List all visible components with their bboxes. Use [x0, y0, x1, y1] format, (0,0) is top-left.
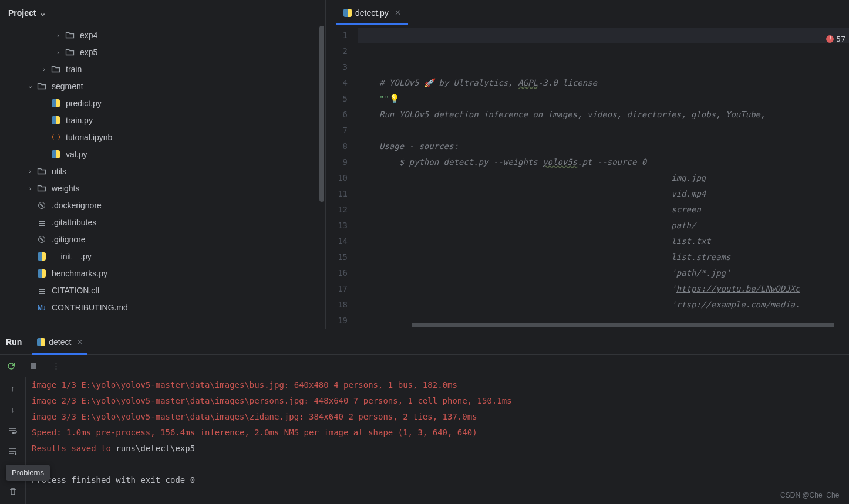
code-line[interactable]	[379, 123, 849, 138]
expand-arrow-icon[interactable]: ⌄	[26, 82, 34, 90]
tree-item[interactable]: ›weights	[0, 180, 325, 197]
rerun-button[interactable]	[5, 360, 18, 373]
svg-rect-0	[31, 363, 36, 369]
tree-item-label: val.py	[66, 150, 87, 159]
editor-pane: detect.py ✕ 1234567891011121314151617181…	[326, 0, 849, 329]
code-line[interactable]: 'path/*.jpg'	[379, 265, 849, 281]
console-output[interactable]: image 1/3 E:\yolo\yolov5-master\data\ima…	[26, 377, 849, 504]
line-number-gutter: 12345678910111213141516171819	[326, 25, 358, 329]
tree-item-label: train	[66, 65, 82, 74]
tree-item-label: utils	[52, 167, 66, 176]
python-icon	[36, 269, 47, 278]
tree-item-label: exp4	[80, 31, 97, 40]
expand-arrow-icon[interactable]: ›	[40, 66, 48, 73]
console-line: Results saved to runs\detect\exp5	[32, 441, 843, 456]
md-icon: M↓	[36, 304, 47, 311]
tree-item[interactable]: tutorial.ipynb	[0, 128, 325, 146]
editor-tab-label: detect.py	[355, 8, 389, 18]
expand-arrow-icon[interactable]: ›	[26, 168, 34, 175]
tree-item[interactable]: predict.py	[0, 94, 325, 111]
code-line[interactable]: list.txt	[379, 234, 849, 249]
tree-item[interactable]: ›utils	[0, 163, 325, 180]
expand-arrow-icon[interactable]: ›	[54, 49, 62, 56]
stop-button[interactable]	[27, 360, 40, 373]
folder-icon	[36, 184, 47, 193]
close-icon[interactable]: ✕	[77, 338, 83, 346]
code-line[interactable]: screen	[379, 202, 849, 218]
tree-item[interactable]: train.py	[0, 111, 325, 128]
chevron-down-icon: ⌄	[39, 8, 46, 18]
code-line[interactable]: ""💡	[379, 91, 849, 107]
project-header[interactable]: Project ⌄	[0, 0, 325, 25]
code-line[interactable]: Usage - sources:	[379, 138, 849, 154]
code-line[interactable]: vid.mp4	[379, 186, 849, 202]
tree-item[interactable]: benchmarks.py	[0, 265, 325, 282]
tree-item-label: weights	[52, 184, 79, 193]
error-dot-icon: !	[826, 35, 834, 43]
code-line[interactable]: Run YOLOv5 detection inference on images…	[379, 107, 849, 123]
expand-arrow-icon[interactable]: ›	[26, 185, 34, 192]
soft-wrap-button[interactable]	[6, 424, 19, 437]
tree-item-label: predict.py	[66, 99, 102, 108]
python-icon	[50, 150, 61, 158]
tree-item[interactable]: ›exp4	[0, 26, 325, 43]
code-line[interactable]: 'https://youtu.be/LNwODJXc	[379, 281, 849, 297]
folder-icon	[50, 65, 61, 74]
error-indicator[interactable]: ! 57	[826, 31, 845, 47]
jupyter-icon	[50, 133, 61, 141]
tree-item-label: .dockerignore	[52, 201, 102, 210]
code-line[interactable]: img.jpg	[379, 170, 849, 186]
code-line[interactable]: 'rtsp://example.com/media.	[379, 297, 849, 313]
tree-item[interactable]: val.py	[0, 146, 325, 163]
tree-item[interactable]: __init__.py	[0, 248, 325, 265]
tree-item-label: tutorial.ipynb	[66, 133, 112, 142]
lines-icon	[36, 287, 47, 294]
sidebar-scrollbar[interactable]	[319, 26, 324, 202]
down-icon[interactable]: ↓	[6, 403, 19, 416]
python-icon	[343, 9, 352, 17]
python-icon	[37, 338, 45, 346]
code-line[interactable]	[379, 313, 849, 329]
project-tree: ›exp4›exp5›train⌄segmentpredict.pytrain.…	[0, 25, 325, 329]
watermark: CSDN @Che_Che_	[780, 491, 843, 499]
run-side-toolbar: ↑ ↓	[0, 377, 26, 504]
more-actions-button[interactable]: ⋮	[49, 360, 62, 373]
tree-item[interactable]: .gitattributes	[0, 214, 325, 231]
scroll-to-end-button[interactable]	[6, 445, 19, 458]
code-line[interactable]: list.streams	[379, 249, 849, 265]
run-header: Run detect ✕	[0, 329, 849, 355]
console-line	[32, 456, 843, 472]
code-area[interactable]: # YOLOv5 🚀 by Ultralytics, AGPL-3.0 lice…	[358, 25, 849, 329]
tree-item[interactable]: .dockerignore	[0, 197, 325, 214]
expand-arrow-icon[interactable]: ›	[54, 32, 62, 39]
folder-icon	[65, 31, 75, 40]
tree-item-label: CITATION.cff	[52, 286, 100, 295]
code-line[interactable]: $ python detect.py --weights yolov5s.pt …	[379, 154, 849, 170]
python-icon	[50, 99, 61, 107]
tree-item[interactable]: ⌄segment	[0, 77, 325, 94]
tree-item-label: exp5	[80, 48, 97, 57]
tree-item[interactable]: .gitignore	[0, 231, 325, 248]
tree-item[interactable]: CITATION.cff	[0, 282, 325, 299]
project-sidebar: Project ⌄ ›exp4›exp5›train⌄segmentpredic…	[0, 0, 326, 329]
tree-item[interactable]: ›exp5	[0, 43, 325, 60]
console-line: image 2/3 E:\yolo\yolov5-master\data\ima…	[32, 393, 843, 409]
python-icon	[36, 252, 47, 261]
editor-tab-detect[interactable]: detect.py ✕	[336, 0, 408, 25]
code-line[interactable]: # YOLOv5 🚀 by Ultralytics, AGPL-3.0 lice…	[379, 75, 849, 91]
current-line-highlight	[358, 28, 849, 43]
editor-body[interactable]: 12345678910111213141516171819 # YOLOv5 🚀…	[326, 25, 849, 329]
up-icon[interactable]: ↑	[6, 382, 19, 395]
run-toolbar: ⋮	[0, 355, 849, 377]
trash-button[interactable]	[6, 485, 19, 498]
close-icon[interactable]: ✕	[395, 8, 401, 17]
ban-icon	[36, 236, 47, 243]
tree-item-label: benchmarks.py	[52, 269, 107, 278]
code-line[interactable]: path/	[379, 218, 849, 234]
tree-item[interactable]: M↓CONTRIBUTING.md	[0, 299, 325, 316]
folder-icon	[36, 82, 47, 91]
tree-item[interactable]: ›train	[0, 60, 325, 77]
run-tab-detect[interactable]: detect ✕	[32, 329, 87, 355]
folder-icon	[36, 167, 47, 176]
project-title: Project	[8, 8, 36, 18]
